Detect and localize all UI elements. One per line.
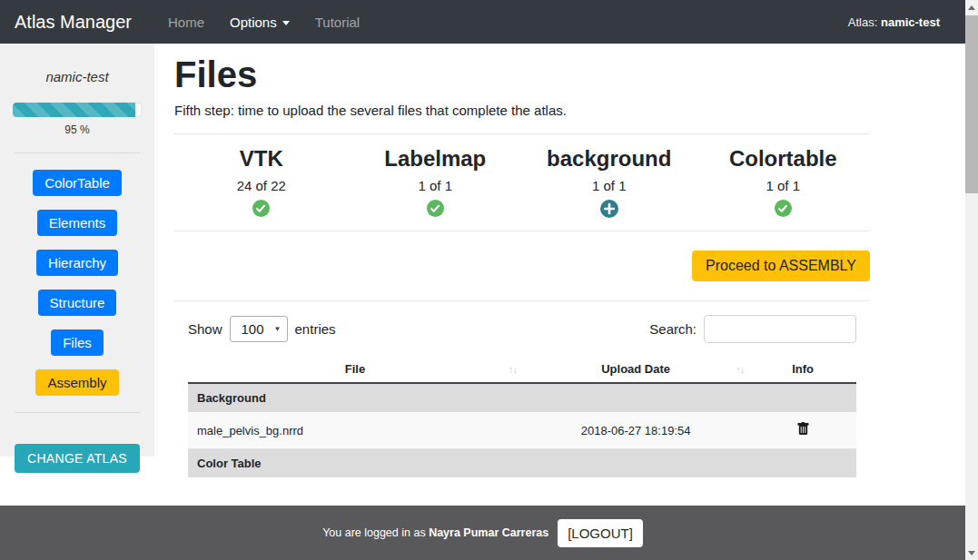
sidebar-button-hierarchy[interactable]: Hierarchy: [36, 250, 118, 276]
step-name: Labelmap: [349, 146, 523, 172]
table-controls: Show 100 ▼ entries Search:: [188, 315, 856, 343]
logged-in-text: You are logged in as Nayra Pumar Carrera…: [322, 526, 548, 539]
progress-fill: [13, 103, 135, 117]
sidebar-button-structure[interactable]: Structure: [38, 290, 117, 316]
search-label: Search:: [649, 321, 696, 337]
atlas-status-label: Atlas:: [848, 15, 878, 29]
app-brand[interactable]: Atlas Manager: [15, 12, 132, 33]
navbar: Atlas Manager Home Options Tutorial Atla…: [0, 0, 965, 44]
file-name-cell: male_pelvis_bg.nrrd: [188, 412, 522, 449]
page-subtitle: Fifth step: time to upload the several f…: [174, 103, 870, 118]
column-header-upload-date[interactable]: Upload Date ↑↓: [522, 356, 749, 383]
sidebar-button-elements[interactable]: Elements: [37, 210, 118, 236]
change-atlas-button[interactable]: CHANGE ATLAS: [15, 444, 140, 473]
upload-date-cell: 2018-06-27 18:19:54: [522, 412, 749, 449]
file-steps: VTK 24 of 22 Labelmap 1 of 1 background …: [174, 146, 870, 218]
group-label: Color Table: [188, 449, 856, 478]
proceed-to-assembly-button[interactable]: Proceed to ASSEMBLY: [692, 251, 870, 281]
divider: [15, 412, 140, 413]
check-circle-icon: [174, 200, 349, 218]
divider: [174, 231, 870, 231]
divider: [174, 300, 870, 301]
sort-icon[interactable]: ↑↓: [736, 364, 744, 375]
plus-circle-icon[interactable]: [522, 200, 696, 218]
step-name: VTK: [174, 146, 349, 172]
nav-item-home[interactable]: Home: [155, 7, 217, 37]
show-label: Show: [188, 321, 222, 337]
step-colortable: Colortable 1 of 1: [696, 146, 871, 218]
divider: [15, 152, 140, 153]
page-title: Files: [174, 53, 870, 96]
logout-button[interactable]: [LOGOUT]: [558, 519, 643, 547]
page-size-value: 100: [242, 321, 264, 337]
column-header-info: Info: [749, 356, 856, 383]
atlas-status-name: namic-test: [881, 15, 940, 29]
step-name: background: [522, 146, 696, 172]
caret-down-icon: [282, 21, 290, 25]
files-table: File ↑↓ Upload Date ↑↓ Info Background: [188, 356, 856, 477]
step-background: background 1 of 1: [522, 146, 696, 218]
column-header-file[interactable]: File ↑↓: [188, 356, 522, 383]
divider: [174, 133, 870, 134]
group-label: Background: [188, 383, 856, 412]
check-circle-icon: [349, 200, 523, 218]
step-count: 1 of 1: [696, 178, 871, 193]
scrollbar[interactable]: [965, 0, 978, 560]
step-vtk: VTK 24 of 22: [174, 146, 349, 218]
step-name: Colortable: [696, 146, 871, 172]
progress-bar: [13, 103, 142, 117]
step-count: 1 of 1: [349, 178, 523, 193]
atlas-status: Atlas: namic-test: [848, 15, 951, 29]
user-name: Nayra Pumar Carreras: [429, 526, 548, 539]
page-size-select[interactable]: 100 ▼: [230, 316, 288, 342]
table-group-row: Color Table: [188, 449, 856, 478]
sidebar: namic-test 95 % ColorTable Elements Hier…: [0, 44, 154, 506]
nav-item-tutorial[interactable]: Tutorial: [302, 7, 372, 37]
scrollbar-thumb[interactable]: [965, 15, 978, 193]
sort-icon[interactable]: ↑↓: [509, 364, 517, 375]
footer: You are logged in as Nayra Pumar Carrera…: [0, 506, 965, 560]
trash-icon[interactable]: [796, 421, 810, 437]
check-circle-icon: [696, 200, 871, 218]
sidebar-button-assembly[interactable]: Assembly: [35, 369, 118, 396]
table-group-row: Background: [188, 383, 856, 412]
scroll-down-icon[interactable]: [965, 545, 978, 560]
scroll-up-icon[interactable]: [965, 0, 978, 15]
sidebar-button-colortable[interactable]: ColorTable: [33, 170, 122, 196]
main-content: Files Fifth step: time to upload the sev…: [154, 44, 965, 506]
entries-label: entries: [295, 321, 336, 337]
step-count: 24 of 22: [174, 178, 349, 193]
progress-label: 95 %: [0, 123, 154, 136]
sidebar-button-files[interactable]: Files: [51, 329, 104, 356]
nav-item-options[interactable]: Options: [217, 7, 302, 37]
step-labelmap: Labelmap 1 of 1: [349, 146, 523, 218]
search-input[interactable]: [704, 315, 856, 343]
sidebar-atlas-name: namic-test: [0, 69, 154, 84]
table-row: male_pelvis_bg.nrrd 2018-06-27 18:19:54: [188, 412, 856, 449]
step-count: 1 of 1: [522, 178, 696, 193]
caret-down-icon: ▼: [274, 325, 282, 333]
